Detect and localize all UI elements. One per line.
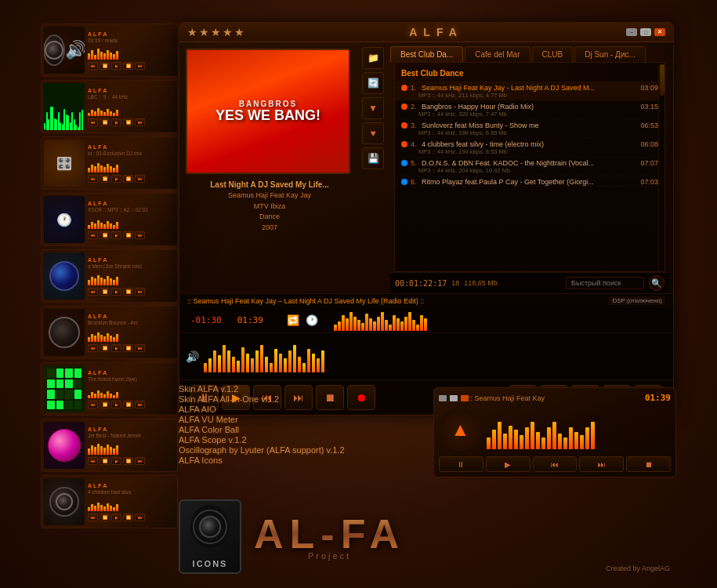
refresh-button[interactable]: 🔄 xyxy=(362,72,384,94)
mini-control-btn[interactable]: ⏪ xyxy=(100,118,110,126)
mini-control-btn[interactable]: ⏭ xyxy=(135,401,145,408)
mini-control-btn[interactable]: ▶ xyxy=(111,118,121,126)
mini-control-btn[interactable]: ⏭ xyxy=(135,344,145,352)
mini-control-btn[interactable]: ⏪ xyxy=(100,401,110,408)
main-eq-bar xyxy=(246,354,249,372)
mini-control-btn[interactable]: ⏮ xyxy=(88,457,98,465)
track-info: id : 03-Exclusivo DJ mix xyxy=(88,151,175,156)
minimize-button[interactable]: − xyxy=(626,28,637,36)
track-info: XSCR :: MP3 :: A2 :: 02:01 xyxy=(88,207,175,212)
info-list-item[interactable]: ALFA Icons xyxy=(179,456,406,465)
mini-control-btn[interactable]: ▶ xyxy=(111,175,121,183)
open-file-button[interactable]: 📁 xyxy=(362,47,384,69)
mini-control-btn[interactable]: ⏭ xyxy=(135,62,145,70)
mini-control-btn[interactable]: ⏭ xyxy=(135,175,145,183)
mp-play[interactable]: ▶ xyxy=(486,456,531,472)
playlist-item[interactable]: 5.D.O.N.S. & DBN Feat. KADOC - the Night… xyxy=(395,158,664,176)
mini-control-btn[interactable]: ⏩ xyxy=(123,401,133,408)
mini-control-btn[interactable]: ▶ xyxy=(111,344,121,352)
mini-control-btn[interactable]: ⏩ xyxy=(123,514,133,521)
mini-control-btn[interactable]: ⏮ xyxy=(88,288,98,296)
mini-control-btn[interactable]: ⏪ xyxy=(100,175,110,183)
mini-control-btn[interactable]: ⏮ xyxy=(88,344,98,352)
eq-bar xyxy=(346,318,349,331)
mp-pause[interactable]: ⏸ xyxy=(439,456,483,472)
mini-control-btn[interactable]: ⏭ xyxy=(135,288,145,296)
playlist-tab[interactable]: Dj Sun - Дис... xyxy=(574,46,646,62)
playlist-item[interactable]: 2.Bangbros - Happy Hour (Radio Mix)03:15… xyxy=(395,101,664,120)
info-list-item[interactable]: Skin ALFA All-In-One v.1.2 xyxy=(179,394,406,404)
mini-control-btn[interactable]: ⏩ xyxy=(123,62,133,70)
close-button[interactable]: ✕ xyxy=(654,28,665,36)
mini-control-btn[interactable]: ⏭ xyxy=(135,514,145,521)
sidebar-player-5[interactable]: ALFABrooklyn Bounce - Arc⏮⏪▶⏩⏭ xyxy=(41,306,178,359)
mp-close[interactable] xyxy=(461,395,469,401)
mini-control-btn[interactable]: ⏩ xyxy=(123,344,133,352)
player-header: ★★★★★ ALFA − □ ✕ xyxy=(179,23,673,42)
mini-control-btn[interactable]: ⏮ xyxy=(88,118,98,126)
mini-control-btn[interactable]: ⏮ xyxy=(88,62,98,70)
mini-control-btn[interactable]: ⏪ xyxy=(100,62,110,70)
download-button[interactable]: ▼ xyxy=(362,97,384,119)
info-list-item[interactable]: ALFA AIO xyxy=(179,405,406,414)
sidebar-player-1[interactable]: ALFALBC :: 9 :: 44 kHz⏮⏪▶⏩⏭ xyxy=(41,80,178,133)
playlist-item[interactable]: 3.Sunloverz feat Miss Bunty - Show me06:… xyxy=(395,120,664,139)
sidebar-player-6[interactable]: ALFAThe forest hymn (live)⏮⏪▶⏩⏭ xyxy=(41,362,178,416)
sidebar-player-0[interactable]: ALFA03:19 / ready⏮⏪▶⏩⏭ xyxy=(41,24,178,77)
maximize-button[interactable]: □ xyxy=(640,28,651,36)
save-button[interactable]: 💾 xyxy=(362,147,384,169)
mini-control-btn[interactable]: ▶ xyxy=(111,288,121,296)
mini-control-btn[interactable]: ▶ xyxy=(111,457,121,465)
sidebar-player-7[interactable]: ALFAJet Best - Naked Jemel⏮⏪▶⏩⏭ xyxy=(41,419,178,472)
mp-forward[interactable]: ⏭ xyxy=(579,456,624,472)
info-list-item[interactable]: ALFA Scope v.1.2 xyxy=(179,435,406,445)
playlist-tab[interactable]: CLUB xyxy=(532,46,574,62)
favorite-button[interactable]: ♥ xyxy=(362,122,384,144)
alfa-label: ALFA xyxy=(88,257,175,263)
sidebar-player-3[interactable]: 🕐ALFAXSCR :: MP3 :: A2 :: 02:01⏮⏪▶⏩⏭ xyxy=(41,193,178,246)
sidebar: ALFA03:19 / ready⏮⏪▶⏩⏭ALFALBC :: 9 :: 44… xyxy=(41,24,178,528)
mini-control-btn[interactable]: ▶ xyxy=(111,62,121,70)
mini-control-btn[interactable]: ▶ xyxy=(111,514,121,521)
mini-control-btn[interactable]: ⏭ xyxy=(135,231,145,239)
playlist-total-time: 00:01:22:17 xyxy=(395,279,447,288)
playlist-item[interactable]: 1.Seamus Haji Feat Kay Jay - Last Night … xyxy=(395,82,664,101)
playlist-scrollbar[interactable] xyxy=(658,63,664,271)
info-list-item[interactable]: Oscillograph by Lyuter (ALFA support) v.… xyxy=(179,445,406,455)
mini-control-btn[interactable]: ⏪ xyxy=(100,514,110,521)
mini-control-btn[interactable]: ⏮ xyxy=(88,514,98,521)
playlist-tab[interactable]: Cafe del Mar xyxy=(465,46,530,62)
mini-control-btn[interactable]: ⏭ xyxy=(135,118,145,126)
mini-control-btn[interactable]: ⏩ xyxy=(123,231,133,239)
sidebar-player-8[interactable]: ALFA4 children had silvy⏮⏪▶⏩⏭ xyxy=(41,475,178,528)
mini-control-btn[interactable]: ▶ xyxy=(111,401,121,408)
mini-control-btn[interactable]: ⏮ xyxy=(88,401,98,408)
mini-control-btn[interactable]: ⏪ xyxy=(100,288,110,296)
sidebar-player-2[interactable]: 🎛️ALFAid : 03-Exclusivo DJ mix⏮⏪▶⏩⏭ xyxy=(41,136,178,190)
mini-control-btn[interactable]: ⏮ xyxy=(88,231,98,239)
mp-maximize[interactable] xyxy=(450,395,458,401)
sidebar-player-4[interactable]: ALFAq Men (Joe Shrank mix)⏮⏪▶⏩⏭ xyxy=(41,249,178,303)
search-button[interactable]: 🔍 xyxy=(649,275,664,291)
mp-rewind[interactable]: ⏮ xyxy=(533,456,578,472)
mp-minimize[interactable] xyxy=(439,395,447,401)
mini-control-btn[interactable]: ⏭ xyxy=(135,457,145,465)
mini-control-btn[interactable]: ⏩ xyxy=(123,457,133,465)
info-list-item[interactable]: ALFA Color Ball xyxy=(179,425,406,434)
mini-control-btn[interactable]: ⏩ xyxy=(123,288,133,296)
mini-control-btn[interactable]: ⏩ xyxy=(123,118,133,126)
mini-control-btn[interactable]: ⏮ xyxy=(88,175,98,183)
mini-control-btn[interactable]: ▶ xyxy=(111,231,121,239)
mini-control-btn[interactable]: ⏪ xyxy=(100,457,110,465)
mp-stop[interactable]: ⏹ xyxy=(626,456,671,472)
search-input[interactable] xyxy=(566,277,644,289)
playlist-tab[interactable]: Best Club Da... xyxy=(390,46,463,62)
info-list-item[interactable]: Skin ALFA v.1.2 xyxy=(179,384,406,394)
mini-control-btn[interactable]: ⏩ xyxy=(123,175,133,183)
playlist-item[interactable]: 4.4 clubbers feat silvy - time (electro … xyxy=(395,139,664,158)
info-list-item[interactable]: ALFA VU Meter xyxy=(179,415,406,424)
repeat-icon[interactable]: 🔁 xyxy=(287,314,299,326)
mini-control-btn[interactable]: ⏪ xyxy=(100,344,110,352)
mini-control-btn[interactable]: ⏪ xyxy=(100,231,110,239)
playlist-item[interactable]: 6.Ritmo Playaz feat.Paula P Cay - Get To… xyxy=(395,176,664,187)
